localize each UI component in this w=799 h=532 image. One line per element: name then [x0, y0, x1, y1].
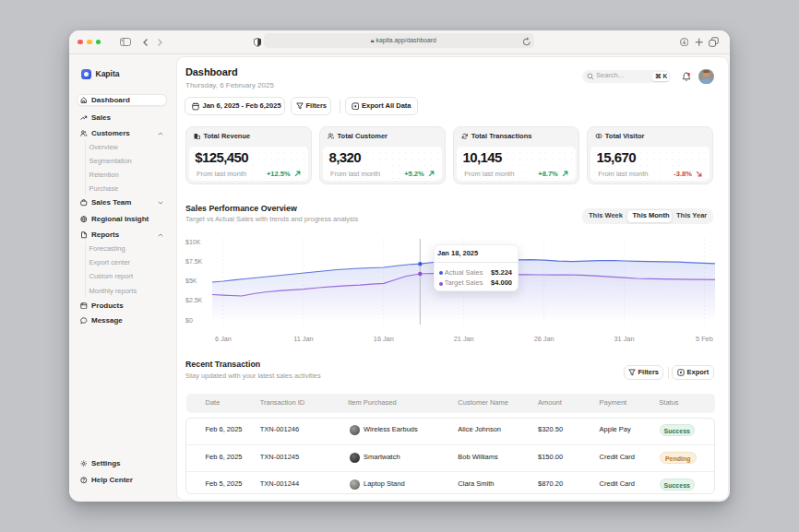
svg-text:6 Jan: 6 Jan — [215, 335, 232, 343]
svg-text:$0: $0 — [185, 317, 193, 324]
svg-text:21 Jan: 21 Jan — [454, 335, 474, 343]
svg-text:11 Jan: 11 Jan — [293, 335, 313, 343]
svg-text:$5K: $5K — [185, 278, 197, 284]
svg-text:$2.5K: $2.5K — [185, 297, 203, 303]
svg-text:26 Jan: 26 Jan — [534, 335, 555, 343]
svg-text:16 Jan: 16 Jan — [374, 335, 394, 343]
svg-text:31 Jan: 31 Jan — [614, 335, 635, 343]
svg-text:$7.5K: $7.5K — [185, 258, 203, 265]
svg-text:$10K: $10K — [185, 239, 201, 245]
svg-text:5 Feb: 5 Feb — [696, 335, 713, 343]
